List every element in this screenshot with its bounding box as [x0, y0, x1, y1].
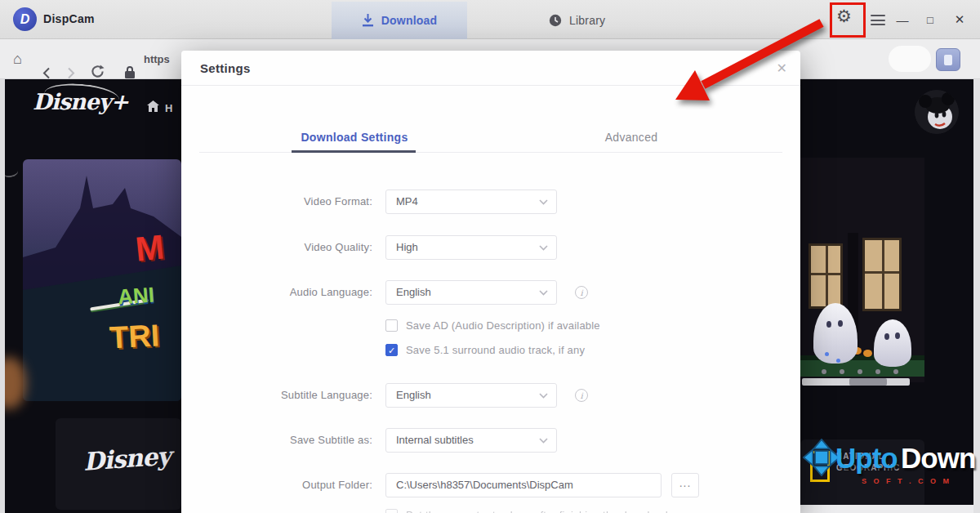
dropdown-value: High — [396, 236, 418, 259]
brand-tile-disney[interactable]: Disney — [56, 418, 181, 510]
toolbar-pill — [889, 46, 931, 72]
checkbox-label: Save AD (Audio Description) if available — [406, 319, 600, 332]
app-window: Disney+ H M ANI TRI — [0, 0, 980, 513]
save-ad-checkbox[interactable]: ✓ — [385, 319, 398, 332]
dialog-close-icon[interactable]: ✕ — [777, 60, 787, 76]
save-subtitle-dropdown[interactable]: Internal subtitles — [385, 428, 557, 453]
video-quality-dropdown[interactable]: High — [385, 235, 557, 260]
tab-download[interactable]: Download — [332, 2, 467, 39]
menu-icon[interactable] — [871, 15, 885, 25]
browse-folder-button[interactable]: ... — [671, 473, 699, 497]
field-label: Subtitle Language: — [181, 383, 372, 408]
window-edge — [0, 79, 5, 513]
checkbox-row-surround: ✓ Save 5.1 surround audio track, if any — [385, 341, 585, 358]
tab-advanced[interactable]: Advanced — [509, 131, 754, 144]
field-row-video-quality: Video Quality: High — [181, 235, 800, 260]
chevron-down-icon — [539, 438, 548, 444]
poster-title-fragment: TRI — [109, 319, 160, 353]
settings-dialog: Settings ✕ Download Settings Advanced Vi… — [181, 51, 800, 513]
field-label: Video Quality: — [181, 235, 372, 260]
mickey-avatar[interactable] — [915, 90, 959, 134]
dispcam-logo-icon: D — [13, 7, 37, 31]
watermark-text-suffix: S O F T . C O M — [862, 477, 951, 485]
sleep-checkbox[interactable] — [385, 509, 398, 513]
disney-nav-letter: H — [165, 102, 172, 114]
video-format-dropdown[interactable]: MP4 — [385, 190, 557, 214]
divider — [199, 152, 782, 153]
output-folder-input[interactable]: C:\Users\h8357\Documents\DispCam — [385, 473, 662, 497]
back-icon[interactable] — [42, 53, 51, 93]
tab-library-label: Library — [569, 14, 605, 27]
pumpkin — [863, 350, 872, 357]
checkbox-row-save-ad: ✓ Save AD (Audio Description) if availab… — [385, 317, 600, 333]
extension-icon[interactable] — [936, 48, 960, 71]
checkbox-label: Put the computer to sleep after finishin… — [406, 509, 668, 513]
chevron-down-icon — [539, 393, 548, 399]
poster-title-fragment: ANI — [117, 283, 154, 307]
uptodown-watermark: Upto Down S O F T . C O M — [804, 437, 980, 494]
field-label: Audio Language: — [181, 280, 372, 305]
info-icon[interactable]: i — [575, 286, 588, 299]
field-label: Video Format: — [181, 190, 372, 214]
lock-icon — [124, 52, 136, 92]
subtitle-language-dropdown[interactable]: English — [385, 383, 557, 408]
forward-icon[interactable] — [67, 53, 75, 93]
refresh-icon[interactable] — [90, 51, 105, 91]
maximize-button[interactable]: □ — [918, 0, 942, 39]
ghost-decoration — [874, 319, 911, 367]
chevron-down-icon — [539, 199, 548, 205]
dropdown-value: MP4 — [396, 190, 418, 213]
settings-gear-icon[interactable]: ⚙ — [836, 7, 852, 25]
dropdown-value: English — [396, 384, 431, 407]
surround-audio-checkbox[interactable]: ✓ — [385, 344, 398, 356]
minimize-button[interactable]: — — [890, 0, 915, 39]
watermark-text-down: Down — [901, 442, 975, 475]
field-row-audio-language: Audio Language: English i — [181, 280, 800, 305]
dialog-title: Settings — [200, 61, 251, 75]
browser-home-icon[interactable]: ⌂ — [13, 39, 22, 79]
library-clock-icon — [549, 14, 562, 27]
dropdown-value: English — [396, 281, 431, 304]
carousel-scrollbar[interactable] — [802, 378, 910, 386]
field-label: Save Subtitle as: — [181, 428, 372, 453]
download-icon — [362, 14, 374, 27]
lit-window — [862, 238, 902, 311]
movie-poster[interactable]: M ANI TRI — [23, 159, 181, 401]
url-text[interactable]: https — [144, 53, 170, 65]
audio-language-dropdown[interactable]: English — [385, 280, 557, 305]
chevron-down-icon — [539, 245, 548, 251]
divider — [181, 85, 800, 86]
close-button[interactable]: ✕ — [947, 0, 972, 39]
active-tab-underline — [292, 150, 416, 153]
window-edge — [800, 505, 973, 513]
disney-home-icon — [147, 100, 159, 112]
poster-title-fragment: M — [134, 230, 166, 266]
app-title: DispCam — [43, 12, 95, 25]
carousel-dots[interactable] — [822, 369, 898, 374]
field-row-output-folder: Output Folder: C:\Users\h8357\Documents\… — [181, 473, 800, 497]
light-dot — [825, 352, 829, 356]
checkbox-label: Save 5.1 surround audio track, if any — [406, 344, 585, 356]
disney-script-logo: Disney — [82, 441, 172, 475]
field-row-subtitle-language: Subtitle Language: English i — [181, 383, 800, 408]
field-label: Output Folder: — [181, 473, 372, 497]
chevron-down-icon — [539, 290, 548, 296]
lit-window — [808, 243, 843, 309]
tab-download-settings[interactable]: Download Settings — [232, 131, 477, 144]
field-row-save-subtitle: Save Subtitle as: Internal subtitles — [181, 428, 800, 453]
tab-download-label: Download — [381, 14, 437, 27]
dropdown-value: Internal subtitles — [396, 429, 474, 452]
castle-silhouette — [23, 159, 181, 401]
halloween-scene — [800, 158, 924, 382]
field-row-video-format: Video Format: MP4 — [181, 190, 800, 214]
tab-library[interactable]: Library — [549, 2, 639, 39]
checkbox-row-sleep: Put the computer to sleep after finishin… — [385, 506, 668, 513]
watermark-text-upto: Upto — [835, 442, 898, 475]
info-icon[interactable]: i — [575, 389, 588, 402]
light-dot — [836, 359, 840, 363]
